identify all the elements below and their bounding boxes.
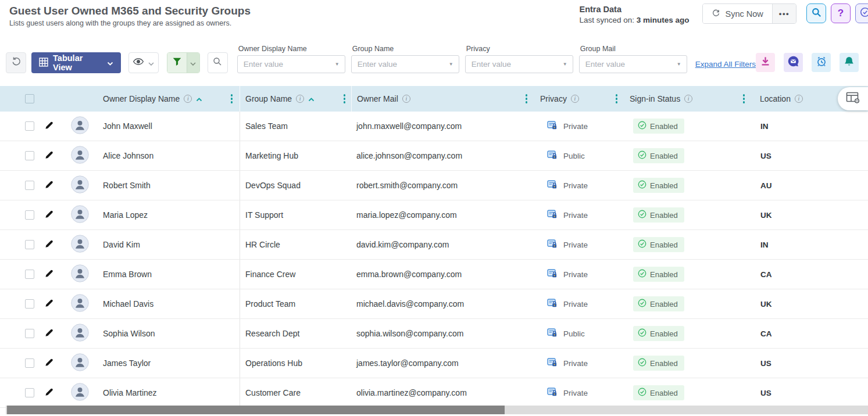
info-icon[interactable]: i	[184, 95, 192, 103]
row-checkbox[interactable]	[25, 270, 34, 279]
sync-now-button[interactable]: Sync Now	[703, 4, 772, 23]
owner-display-name: James Taylor	[101, 349, 240, 378]
dropdown-caret-icon[interactable]: ▼	[449, 62, 459, 67]
privacy-value: Public	[563, 329, 585, 338]
column-header-owner-mail[interactable]: Owner Mail i	[351, 86, 533, 112]
enabled-check-icon	[638, 388, 646, 398]
export-button[interactable]	[756, 53, 775, 72]
info-icon[interactable]: i	[296, 95, 304, 103]
horizontal-scrollbar[interactable]	[6, 406, 868, 414]
filter-input-group-mail[interactable]	[580, 60, 677, 69]
group-name: Product Team	[240, 289, 351, 318]
column-header-group-name[interactable]: Group Name i	[240, 86, 351, 112]
dropdown-caret-icon[interactable]: ▼	[563, 62, 573, 67]
column-menu-icon[interactable]	[741, 92, 748, 106]
location-value: AU	[752, 171, 868, 200]
notifications-button[interactable]	[840, 53, 859, 72]
group-name: IT Support	[240, 200, 351, 229]
privacy-value: Private	[563, 211, 588, 220]
column-menu-icon[interactable]	[523, 92, 530, 106]
sort-asc-icon[interactable]	[308, 94, 315, 103]
row-checkbox[interactable]	[25, 299, 34, 309]
column-header-signin-status[interactable]: Sign-in Status i	[622, 86, 752, 112]
privacy-value: Public	[563, 152, 585, 160]
column-menu-icon[interactable]	[341, 92, 348, 106]
column-settings-button[interactable]	[838, 87, 868, 110]
question-mark-icon: ?	[838, 8, 844, 19]
edit-icon[interactable]	[44, 328, 54, 339]
column-header-privacy[interactable]: Privacy i	[533, 86, 622, 112]
view-mode-dropdown[interactable]: Tabular View	[31, 52, 121, 73]
edit-icon[interactable]	[44, 239, 54, 250]
quick-search-button[interactable]	[208, 52, 228, 73]
row-checkbox[interactable]	[25, 388, 34, 397]
info-icon[interactable]: i	[795, 95, 803, 103]
avatar-icon	[71, 264, 89, 284]
column-menu-icon[interactable]	[228, 92, 235, 106]
row-checkbox[interactable]	[25, 329, 34, 338]
sort-asc-icon[interactable]	[196, 94, 202, 103]
filter-input-privacy[interactable]	[466, 60, 563, 69]
edit-icon[interactable]	[44, 120, 54, 132]
health-check-button[interactable]	[855, 3, 868, 23]
row-checkbox[interactable]	[25, 240, 34, 249]
sync-more-button[interactable]: •••	[772, 4, 796, 23]
chevron-down-icon	[107, 58, 113, 67]
row-checkbox[interactable]	[25, 210, 34, 220]
toolbar-right-actions	[756, 53, 859, 72]
enabled-check-icon	[638, 150, 646, 161]
chevron-down-icon	[190, 58, 196, 68]
filter-input-group-name[interactable]	[352, 60, 449, 69]
refresh-button[interactable]	[6, 52, 26, 73]
page-header: Guest User Owned M365 and Security Group…	[0, 0, 868, 36]
magnifier-icon	[212, 56, 223, 69]
table-row: Robert Smith DevOps Squad robert.smith@c…	[0, 171, 868, 200]
edit-icon[interactable]	[44, 150, 54, 162]
edit-icon[interactable]	[44, 357, 54, 369]
dropdown-caret-icon[interactable]: ▼	[677, 62, 687, 67]
view-options-button[interactable]	[128, 52, 159, 73]
filter-label: Group Mail	[580, 45, 687, 53]
dropdown-caret-icon[interactable]: ▼	[335, 62, 345, 67]
schedule-button[interactable]	[812, 53, 831, 72]
select-all-checkbox[interactable]	[25, 94, 34, 103]
filter-dropdown-button[interactable]	[187, 53, 199, 73]
row-checkbox[interactable]	[25, 151, 34, 160]
filter-label: Owner Display Name	[238, 45, 345, 53]
owner-mail: robert.smith@company.com	[351, 171, 533, 200]
avatar-icon	[71, 116, 89, 136]
row-checkbox[interactable]	[25, 358, 34, 368]
row-checkbox[interactable]	[25, 121, 34, 131]
column-menu-icon[interactable]	[613, 92, 620, 106]
edit-icon[interactable]	[44, 298, 54, 310]
info-icon[interactable]: i	[571, 95, 579, 103]
column-header-owner-display-name[interactable]: Owner Display Name i	[101, 86, 240, 112]
row-checkbox[interactable]	[25, 181, 34, 190]
edit-icon[interactable]	[44, 209, 54, 221]
privacy-icon	[547, 268, 558, 280]
filter-input-owner-display-name[interactable]	[238, 60, 335, 69]
help-button[interactable]: ?	[831, 3, 851, 23]
group-name: Marketing Hub	[240, 141, 351, 170]
edit-icon[interactable]	[44, 268, 54, 280]
owner-display-name: Robert Smith	[101, 171, 240, 200]
privacy-value: Private	[563, 122, 588, 131]
filter-toggle-button[interactable]	[167, 53, 187, 73]
sync-info: Entra Data Last synced on: 3 minutes ago	[579, 5, 689, 24]
owner-mail: sophia.wilson@company.com	[351, 319, 533, 348]
scrollbar-thumb[interactable]	[7, 406, 505, 414]
edit-icon[interactable]	[44, 387, 54, 399]
enabled-check-icon	[638, 210, 646, 220]
enabled-check-icon	[638, 239, 646, 250]
sync-split-button: Sync Now •••	[702, 3, 796, 24]
table-row: Emma Brown Finance Crew emma.brown@compa…	[0, 260, 868, 289]
filter-group-owner-display-name: Owner Display Name ▼	[237, 45, 345, 73]
info-icon[interactable]: i	[684, 95, 692, 103]
edit-icon[interactable]	[44, 180, 54, 191]
info-icon[interactable]: i	[402, 95, 410, 103]
global-search-button[interactable]	[806, 3, 826, 23]
feedback-button[interactable]	[784, 53, 803, 72]
expand-all-filters-link[interactable]: Expand All Filters	[695, 60, 756, 69]
signin-status-value: Enabled	[650, 211, 678, 220]
table-row: James Taylor Operations Hub james.taylor…	[0, 349, 868, 378]
